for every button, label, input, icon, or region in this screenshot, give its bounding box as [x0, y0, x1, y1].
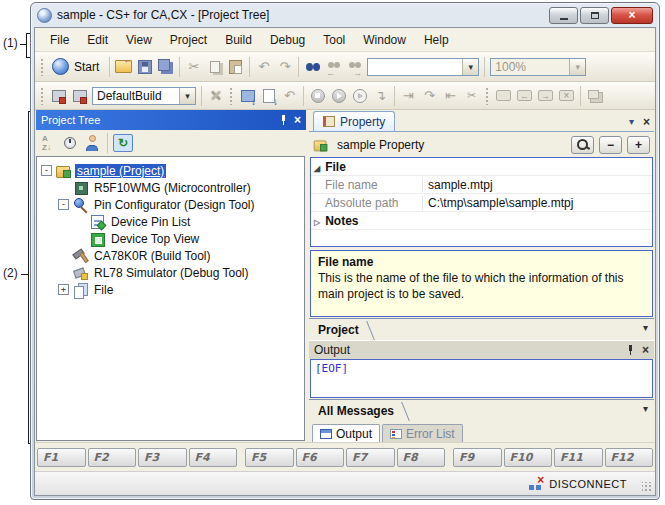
property-row[interactable]: Absolute pathC:\tmp\sample\sample.mtpj — [311, 194, 652, 212]
save-all-icon[interactable] — [156, 57, 175, 76]
save-icon[interactable] — [135, 57, 154, 76]
fkey-f3-button[interactable]: F3 — [138, 448, 187, 467]
find-forward-icon[interactable] — [345, 57, 364, 76]
disconnect-debugger-icon[interactable] — [462, 86, 481, 105]
fkey-f4-button[interactable]: F4 — [189, 448, 238, 467]
menu-item-window[interactable]: Window — [354, 31, 415, 49]
tab-error-list[interactable]: Error List — [382, 424, 463, 442]
frame-close-icon[interactable] — [557, 86, 576, 105]
collapse-all-button[interactable]: − — [599, 136, 622, 154]
build-tool-settings-icon[interactable] — [206, 86, 225, 105]
expand-box-icon[interactable]: + — [58, 284, 69, 295]
fkey-f11-button[interactable]: F11 — [554, 448, 603, 467]
project-tree-close-icon[interactable]: × — [294, 114, 301, 126]
toolbar-grip[interactable] — [40, 58, 45, 76]
fkey-f7-button[interactable]: F7 — [346, 448, 395, 467]
open-file-icon[interactable] — [114, 57, 133, 76]
tree-item[interactable]: Device Top View — [37, 230, 304, 247]
output-pin-icon[interactable] — [626, 345, 635, 355]
close-button[interactable]: × — [611, 7, 653, 24]
fkey-f6-button[interactable]: F6 — [296, 448, 345, 467]
step-over-icon[interactable] — [420, 86, 439, 105]
collapse-box-icon[interactable]: - — [58, 199, 69, 210]
build-and-download-icon[interactable] — [238, 86, 257, 105]
go-icon[interactable] — [329, 86, 348, 105]
search-combobox[interactable] — [367, 58, 479, 76]
menu-item-view[interactable]: View — [117, 31, 161, 49]
cut-icon[interactable] — [184, 57, 203, 76]
property-close-icon[interactable]: × — [643, 116, 650, 128]
sort-icon[interactable] — [38, 134, 58, 152]
user-icon[interactable] — [82, 134, 102, 152]
maximize-button[interactable] — [580, 7, 609, 24]
window-frame-icon[interactable] — [494, 86, 513, 105]
output-titlebar[interactable]: Output × — [309, 340, 654, 359]
fkey-f12-button[interactable]: F12 — [605, 448, 654, 467]
title-bar[interactable]: sample - CS+ for CA,CX - [Project Tree] … — [31, 3, 659, 27]
history-icon[interactable] — [60, 134, 80, 152]
tree-item[interactable]: Device Pin List — [37, 213, 304, 230]
tab-output[interactable]: Output — [312, 424, 380, 442]
menu-item-tool[interactable]: Tool — [314, 31, 354, 49]
tree-item[interactable]: -Pin Configurator (Design Tool) — [37, 196, 304, 213]
step-out-icon[interactable] — [441, 86, 460, 105]
cascade-windows-icon[interactable] — [585, 86, 604, 105]
minimize-button[interactable] — [549, 7, 578, 24]
messages-chevron-icon[interactable]: ▾ — [643, 404, 648, 414]
tree-item[interactable]: CA78K0R (Build Tool) — [37, 247, 304, 264]
stop-icon[interactable] — [308, 86, 327, 105]
resize-grip[interactable] — [642, 482, 652, 492]
auto-hide-pin-icon[interactable] — [279, 115, 288, 125]
panel-menu-chevron-icon[interactable]: ▾ — [629, 117, 634, 127]
restart-icon[interactable] — [371, 86, 390, 105]
output-close-icon[interactable]: × — [642, 344, 649, 356]
property-search-button[interactable] — [571, 136, 594, 154]
fkey-f2-button[interactable]: F2 — [88, 448, 137, 467]
output-console[interactable]: [EOF] — [310, 359, 653, 398]
redo-icon[interactable] — [275, 57, 294, 76]
menu-item-build[interactable]: Build — [216, 31, 261, 49]
project-tree-list[interactable]: -sample (Project)R5F10WMG (Microcontroll… — [36, 156, 305, 441]
download-icon[interactable] — [259, 86, 278, 105]
menu-item-help[interactable]: Help — [415, 31, 458, 49]
copy-icon[interactable] — [205, 57, 224, 76]
menu-item-edit[interactable]: Edit — [78, 31, 117, 49]
collapse-box-icon[interactable]: - — [41, 165, 52, 176]
find-backward-icon[interactable] — [324, 57, 343, 76]
build-mode-combobox[interactable]: DefaultBuild — [92, 87, 196, 105]
frame-back-icon[interactable] — [515, 86, 534, 105]
rebuild-project-icon[interactable] — [70, 86, 89, 105]
menu-item-project[interactable]: Project — [161, 31, 216, 49]
menu-item-file[interactable]: File — [41, 31, 78, 49]
find-icon[interactable] — [303, 57, 322, 76]
search-combobox-dropdown[interactable] — [462, 59, 478, 75]
tab-property[interactable]: Property — [313, 111, 395, 131]
property-category[interactable]: Notes — [311, 212, 652, 230]
tree-item[interactable]: R5F10WMG (Microcontroller) — [37, 179, 304, 196]
build-mode-dropdown[interactable] — [179, 88, 195, 104]
tree-item[interactable]: RL78 Simulator (Debug Tool) — [37, 264, 304, 281]
tree-item[interactable]: +File — [37, 281, 304, 298]
expand-all-button[interactable]: + — [627, 136, 650, 154]
start-button[interactable]: Start — [48, 57, 106, 76]
frame-forward-icon[interactable] — [536, 86, 555, 105]
property-value[interactable]: sample.mtpj — [423, 178, 652, 192]
ignore-break-go-icon[interactable] — [350, 86, 369, 105]
tree-item[interactable]: -sample (Project) — [37, 162, 304, 179]
build-project-icon[interactable] — [49, 86, 68, 105]
property-grid[interactable]: FileFile namesample.mtpjAbsolute pathC:\… — [310, 157, 653, 247]
toolbar-grip[interactable] — [40, 87, 45, 105]
property-row[interactable]: File namesample.mtpj — [311, 176, 652, 194]
fkey-f5-button[interactable]: F5 — [245, 448, 294, 467]
tab-all-messages[interactable]: All Messages — [309, 402, 408, 420]
toolbar-grip[interactable] — [485, 87, 490, 105]
fkey-f1-button[interactable]: F1 — [37, 448, 86, 467]
menu-item-debug[interactable]: Debug — [261, 31, 314, 49]
undo-icon[interactable] — [254, 57, 273, 76]
reset-icon[interactable] — [280, 86, 299, 105]
step-in-icon[interactable] — [399, 86, 418, 105]
bottom-tab-chevron-icon[interactable]: ▾ — [643, 323, 648, 333]
property-value[interactable]: C:\tmp\sample\sample.mtpj — [423, 196, 652, 210]
property-category[interactable]: File — [311, 158, 652, 176]
project-tree-titlebar[interactable]: Project Tree × — [36, 110, 306, 130]
